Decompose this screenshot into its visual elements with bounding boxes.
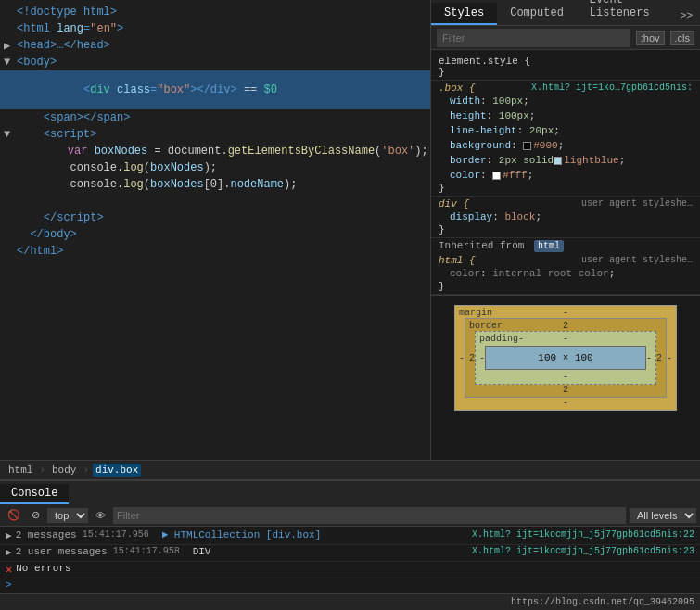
prop-color-html: color: internal root color; <box>450 266 693 281</box>
console-row: ▶ 2 messages 15:41:17.956 ► HTMLCollecti… <box>0 528 700 545</box>
margin-bottom: - <box>455 398 676 410</box>
inherited-from: Inherited from html <box>431 238 700 253</box>
tab-computed[interactable]: Computed <box>497 3 577 25</box>
stop-button[interactable]: ⊘ <box>28 508 44 522</box>
arrow-icon <box>4 145 10 158</box>
code-line: </html> <box>0 243 430 260</box>
border-color-swatch[interactable] <box>554 157 562 165</box>
arrow-icon <box>4 111 13 124</box>
padding-label: padding- <box>479 334 524 344</box>
source-link[interactable]: X.html? ijt=1kocmjjn_j5j77gpb61cd5nis:23 <box>472 546 694 556</box>
arrow-icon <box>4 245 13 258</box>
prop-color: color: #fff; <box>450 168 693 183</box>
code-line: </script> <box>0 210 430 226</box>
prop-line-height: line-height: 20px; <box>450 123 693 138</box>
arrow-icon <box>4 161 13 174</box>
inherited-tag: html <box>534 240 564 252</box>
prompt-icon: > <box>6 579 12 591</box>
code-line: ▼ <body> <box>0 54 430 70</box>
eye-button[interactable]: 👁 <box>92 509 109 522</box>
expand-icon[interactable]: ▶ <box>6 529 12 541</box>
div-rule: div { user agent styleshe… display: bloc… <box>431 197 700 238</box>
code-panel: <!doctype html> <html lang="en"> ▶ <head… <box>0 0 431 460</box>
div-rule-body: display: block; <box>439 210 693 224</box>
element-style-rule: element.style { } <box>431 54 700 81</box>
status-bar: https://blog.csdn.net/qq_39462095 <box>0 593 700 610</box>
code-line: <span></span> <box>0 109 430 126</box>
console-input-row: > <box>0 578 700 593</box>
breadcrumb-divbox[interactable]: div.box <box>93 464 141 477</box>
message-count: 2 messages <box>16 529 77 540</box>
code-line: var boxNodes = document.getElementsByCla… <box>0 143 430 159</box>
div-rule-header: div { user agent styleshe… <box>439 198 693 210</box>
filter-bar: :hov .cls <box>431 26 700 50</box>
filter-input[interactable] <box>437 29 630 47</box>
arrow-icon <box>4 195 13 208</box>
color-swatch[interactable] <box>492 172 501 180</box>
arrow-right-icon: ▶ <box>4 39 13 53</box>
breadcrumb-html[interactable]: html <box>6 464 35 477</box>
box-rule: .box { X.html? ijt=1ko…7gpb61cd5nis: wid… <box>431 81 700 197</box>
prop-border: border: 2px solid lightblue; <box>450 153 693 168</box>
arrow-icon <box>4 22 13 35</box>
arrow-down-icon: ▼ <box>4 128 13 141</box>
error-icon: ✕ <box>6 563 12 577</box>
html-rule: html { user agent styleshe… color: inter… <box>431 253 700 295</box>
status-url: https://blog.csdn.net/qq_39462095 <box>511 597 694 607</box>
breadcrumb-bar: html › body › div.box <box>0 460 700 480</box>
hov-button[interactable]: :hov <box>636 31 665 45</box>
content-dimensions: 100 × 100 <box>538 352 592 363</box>
border-box: border 2 2 padding- - <box>465 318 667 398</box>
box-rule-body: width: 100px; height: 100px; line-height… <box>439 94 693 183</box>
padding-right: - <box>646 353 652 363</box>
border-bottom: 2 <box>465 385 666 397</box>
border-label: border <box>469 321 503 331</box>
selected-element-line[interactable]: <div class="box"></div> == $0 <box>0 70 430 109</box>
color-swatch[interactable] <box>523 142 531 150</box>
border-right: 2 <box>656 353 662 363</box>
console-tab[interactable]: Console <box>0 484 69 504</box>
timestamp: 15:41:17.958 <box>113 546 187 556</box>
code-line <box>0 193 430 210</box>
console-panel: Console 🚫 ⊘ top 👁 All levels ▶ 2 message… <box>0 480 700 610</box>
arrow-down-icon: ▼ <box>4 56 13 69</box>
console-row: ▶ 2 user messages 15:41:17.958 DIV X.htm… <box>0 545 700 562</box>
breadcrumb-body[interactable]: body <box>49 464 79 477</box>
prop-display: display: block; <box>450 210 693 224</box>
source-link[interactable]: X.html? ijt=1kocmjjn_j5j77gpb61cd5nis:22 <box>472 529 694 540</box>
tab-event-listeners[interactable]: Event Listeners <box>577 0 673 25</box>
arrow-icon <box>4 228 13 241</box>
code-line: <!doctype html> <box>0 4 430 20</box>
border-row: 2 padding- - - <box>465 331 666 385</box>
html-rule-header: html { user agent styleshe… <box>439 255 693 266</box>
levels-select[interactable]: All levels <box>630 508 696 523</box>
margin-row: - border 2 2 padding- <box>455 318 676 398</box>
main-area: <!doctype html> <html lang="en"> ▶ <head… <box>0 0 700 460</box>
tab-styles[interactable]: Styles <box>431 3 497 25</box>
padding-box: padding- - - 100 × 100 <box>475 331 656 385</box>
console-tabs: Console <box>0 480 700 504</box>
expand-icon[interactable]: ▶ <box>6 546 12 558</box>
cls-button[interactable]: .cls <box>670 31 695 45</box>
html-rule-body: color: internal root color; <box>439 266 693 281</box>
box-model: margin - - border 2 2 <box>431 295 700 420</box>
margin-right: - <box>667 353 672 363</box>
prop-height: height: 100px; <box>450 108 693 123</box>
content-box: 100 × 100 <box>485 346 646 370</box>
code-line: console.log(boxNodes[0].nodeName); <box>0 176 430 193</box>
clear-console-button[interactable]: 🚫 <box>4 508 24 522</box>
console-filter-input[interactable] <box>113 507 626 524</box>
console-text: DIV <box>193 546 472 557</box>
rule-selector-element: element.style { <box>439 56 693 67</box>
tab-more[interactable]: >> <box>673 6 700 25</box>
arrow-icon <box>4 211 13 224</box>
code-line: ▼ <script> <box>0 126 430 143</box>
arrow-icon <box>4 178 13 191</box>
code-line: console.log(boxNodes); <box>0 159 430 176</box>
console-row: ✕ No errors <box>0 562 700 578</box>
margin-label: margin <box>459 308 492 318</box>
prop-background: background: #000; <box>450 138 693 153</box>
console-toolbar: 🚫 ⊘ top 👁 All levels <box>0 504 700 527</box>
arrow-icon <box>4 6 13 19</box>
context-select[interactable]: top <box>47 508 88 523</box>
